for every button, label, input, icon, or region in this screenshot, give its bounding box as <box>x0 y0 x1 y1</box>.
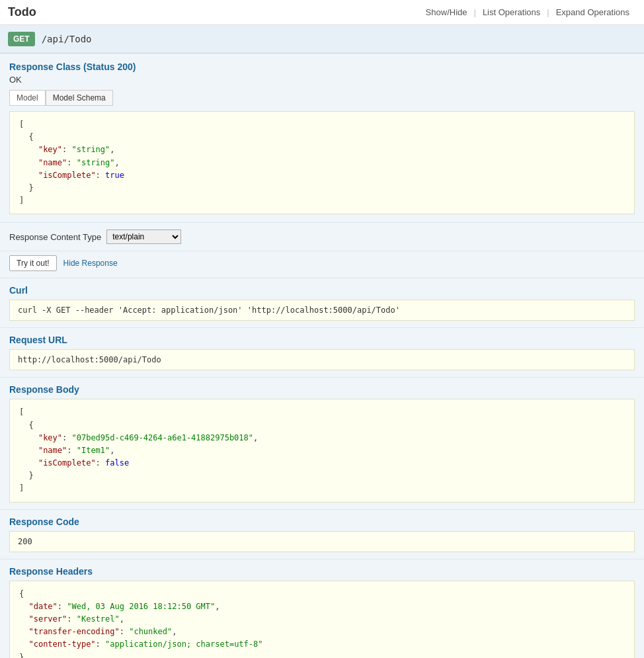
try-it-out-row: Try it out! Hide Response <box>0 251 644 278</box>
model-tabs: Model Model Schema <box>9 90 635 106</box>
response-code-label: Response Code <box>9 516 635 527</box>
response-class-section: Response Class (Status 200) OK Model Mod… <box>0 54 644 223</box>
response-code-value: 200 <box>9 531 635 552</box>
expand-operations-link[interactable]: Expand Operations <box>549 7 636 17</box>
page-header: Todo Show/Hide | List Operations | Expan… <box>0 0 644 25</box>
response-code-section: Response Code 200 <box>0 510 644 559</box>
curl-command: curl -X GET --header 'Accept: applicatio… <box>9 300 635 321</box>
response-content-type-label: Response Content Type <box>9 232 101 242</box>
endpoint-path: /api/Todo <box>42 34 92 44</box>
response-body-code: [ { "key": "07bed95d-c469-4264-a6e1-4188… <box>9 399 635 502</box>
tab-model-schema[interactable]: Model Schema <box>46 90 113 106</box>
response-class-title: Response Class (Status 200) <box>9 62 635 72</box>
curl-label: Curl <box>9 285 635 296</box>
response-body-label: Response Body <box>9 384 635 395</box>
tab-model[interactable]: Model <box>9 90 46 106</box>
response-class-status: OK <box>9 75 635 85</box>
header-actions: Show/Hide | List Operations | Expand Ope… <box>419 7 636 17</box>
response-headers-label: Response Headers <box>9 566 635 577</box>
endpoint-bar: GET /api/Todo <box>0 25 644 54</box>
hide-response-link[interactable]: Hide Response <box>63 259 118 268</box>
request-url-section: Request URL http://localhost:5000/api/To… <box>0 328 644 378</box>
page-title: Todo <box>8 5 36 19</box>
response-headers-section: Response Headers { "date": "Wed, 03 Aug … <box>0 559 644 658</box>
method-badge: GET <box>8 32 35 46</box>
show-hide-link[interactable]: Show/Hide <box>419 7 474 17</box>
request-url-value: http://localhost:5000/api/Todo <box>9 349 635 370</box>
list-operations-link[interactable]: List Operations <box>476 7 547 17</box>
request-url-label: Request URL <box>9 335 635 345</box>
try-it-out-button[interactable]: Try it out! <box>9 255 57 271</box>
response-headers-value: { "date": "Wed, 03 Aug 2016 18:12:50 GMT… <box>9 581 635 658</box>
curl-section: Curl curl -X GET --header 'Accept: appli… <box>0 278 644 328</box>
response-body-section: Response Body [ { "key": "07bed95d-c469-… <box>0 378 644 509</box>
content-type-select[interactable]: text/plain application/json <box>106 229 181 244</box>
response-content-type-row: Response Content Type text/plain applica… <box>0 223 644 251</box>
model-schema-code: [ { "key": "string", "name": "string", "… <box>9 111 635 214</box>
